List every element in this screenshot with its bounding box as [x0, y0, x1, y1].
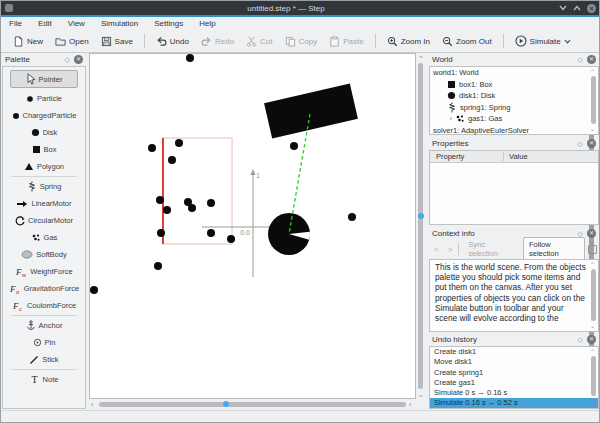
copy-button[interactable]: Copy — [279, 34, 324, 49]
value-column-header[interactable]: Value — [504, 152, 528, 161]
palette-item-polygon[interactable]: Polygon — [10, 158, 78, 175]
tree-item-disk1[interactable]: disk1: Disk — [430, 90, 598, 102]
scroll-down-icon[interactable]: ⌄ — [418, 391, 424, 398]
undo-item[interactable]: Create spring1 — [430, 368, 598, 378]
close-panel-icon[interactable]: ✕ — [74, 55, 83, 64]
close-panel-icon[interactable]: ✕ — [587, 55, 596, 64]
scene-svg[interactable]: 10.0 — [90, 54, 415, 398]
follow-selection-button[interactable]: Follow selection — [523, 237, 585, 261]
gas-particle[interactable] — [163, 206, 171, 214]
palette-item-gas[interactable]: Gas — [10, 229, 78, 246]
scroll-left-icon[interactable]: ‹ — [91, 401, 93, 408]
gas-particle[interactable] — [207, 199, 215, 207]
palette-item-note[interactable]: TNote — [10, 371, 78, 388]
gas-particle[interactable] — [175, 139, 183, 147]
menu-view[interactable]: View — [60, 17, 93, 30]
canvas-hscrollbar[interactable]: ‹ › — [89, 399, 416, 410]
gas-particle[interactable] — [148, 144, 156, 152]
properties-columns[interactable]: Property Value — [430, 151, 598, 163]
maximize-button[interactable] — [573, 5, 581, 11]
gas-particles[interactable] — [90, 54, 356, 294]
scene-canvas[interactable]: 10.0 — [89, 53, 416, 399]
palette-item-gravitationforce[interactable]: FgGravitationForce — [10, 280, 78, 297]
palette-item-weightforce[interactable]: FwWeightForce — [10, 263, 78, 280]
open-button[interactable]: Open — [49, 34, 95, 49]
gas-particle[interactable] — [186, 54, 194, 62]
gas-region[interactable] — [163, 138, 232, 244]
undo-button[interactable]: Undo — [150, 34, 195, 49]
palette-item-softbody[interactable]: SoftBody — [10, 246, 78, 263]
float-panel-icon[interactable]: ◇ — [578, 140, 583, 148]
palette-item-spring[interactable]: Spring — [10, 178, 78, 195]
close-panel-icon[interactable]: ✕ — [587, 229, 596, 238]
context-scrollbar[interactable] — [591, 269, 596, 321]
palette-item-anchor[interactable]: Anchor — [10, 317, 78, 334]
scroll-down-icon[interactable]: ⌄ — [590, 323, 595, 329]
cut-button[interactable]: Cut — [240, 34, 278, 49]
gas-particle[interactable] — [290, 142, 298, 150]
float-panel-icon[interactable]: ◇ — [578, 336, 583, 344]
float-panel-icon[interactable]: ◇ — [65, 56, 70, 64]
close-panel-icon[interactable]: ✕ — [587, 335, 596, 344]
scroll-down-icon[interactable]: ⌄ — [590, 398, 595, 404]
tree-item-box1[interactable]: box1: Box — [430, 79, 598, 91]
gas-particle[interactable] — [154, 262, 162, 270]
tree-item-world1[interactable]: world1: World — [430, 67, 598, 79]
scroll-up-icon[interactable]: ⌃ — [590, 69, 595, 75]
gas-particle[interactable] — [207, 229, 215, 237]
scroll-up-icon[interactable]: ⌃ — [418, 55, 424, 62]
box-body[interactable] — [264, 84, 358, 139]
palette-item-box[interactable]: Box — [10, 141, 78, 158]
scroll-right-icon[interactable]: › — [409, 401, 411, 408]
back-button[interactable]: < — [431, 245, 442, 254]
simulate-button[interactable]: Simulate — [509, 33, 577, 49]
new-button[interactable]: New — [7, 34, 49, 49]
palette-item-circularmotor[interactable]: CircularMotor — [10, 212, 78, 229]
gas-particle[interactable] — [227, 235, 235, 243]
tree-item-spring1[interactable]: spring1: Spring — [430, 102, 598, 114]
close-panel-icon[interactable]: ✕ — [587, 139, 596, 148]
expander-icon[interactable]: › — [447, 115, 455, 122]
undo-item[interactable]: Simulate 0 s → 0.16 s — [430, 388, 598, 398]
gas-particle[interactable] — [90, 286, 98, 294]
close-button[interactable]: × — [587, 4, 596, 13]
undo-scrollbar[interactable] — [591, 356, 596, 396]
scroll-up-icon[interactable]: ⌃ — [590, 262, 595, 268]
palette-item-disk[interactable]: Disk — [10, 124, 78, 141]
menu-settings[interactable]: Settings — [146, 17, 191, 30]
property-column-header[interactable]: Property — [430, 152, 504, 161]
scroll-down-icon[interactable]: ⌄ — [590, 126, 595, 132]
forward-button[interactable]: > — [445, 245, 456, 254]
undo-item[interactable]: Create gas1 — [430, 378, 598, 388]
titlebar[interactable]: untitled.step * — Step × — [1, 1, 600, 15]
palette-item-chargedparticle[interactable]: ChargedParticle — [10, 107, 78, 124]
menu-help[interactable]: Help — [191, 17, 223, 30]
world-scrollbar[interactable] — [591, 76, 596, 124]
palette-item-coulombforce[interactable]: FcCoulombForce — [10, 297, 78, 314]
redo-button[interactable]: Redo — [195, 34, 240, 49]
gas-particle[interactable] — [157, 229, 165, 237]
float-panel-icon[interactable]: ◇ — [578, 56, 583, 64]
undo-item[interactable]: Move disk1 — [430, 357, 598, 367]
tree-item-gas1[interactable]: ›gas1: Gas — [430, 113, 598, 125]
palette-item-linearmotor[interactable]: LinearMotor — [10, 195, 78, 212]
zoom-in-button[interactable]: Zoom In — [381, 34, 436, 49]
tree-item-solver1[interactable]: solver1: AdaptiveEulerSolver — [430, 125, 598, 137]
paste-button[interactable]: Paste — [323, 34, 369, 49]
undo-item[interactable]: Simulate 0.16 s → 0.52 s — [430, 398, 598, 408]
palette-item-stick[interactable]: Stick — [10, 351, 78, 368]
menu-file[interactable]: File — [1, 17, 30, 30]
menu-simulation[interactable]: Simulation — [93, 17, 146, 30]
scroll-up-icon[interactable]: ⌃ — [590, 349, 595, 355]
gas-particle[interactable] — [156, 196, 164, 204]
palette-item-pointer[interactable]: Pointer — [10, 70, 78, 88]
canvas-vscrollbar[interactable]: ⌃ ⌄ — [416, 53, 426, 399]
sync-selection-button[interactable]: Sync selection — [462, 237, 520, 261]
detach-icon[interactable] — [588, 245, 597, 254]
palette-item-particle[interactable]: Particle — [10, 90, 78, 107]
gas-particle[interactable] — [168, 156, 176, 164]
palette-item-pin[interactable]: Pin — [10, 334, 78, 351]
menu-edit[interactable]: Edit — [30, 17, 60, 30]
save-button[interactable]: Save — [95, 34, 139, 49]
gas-particle[interactable] — [348, 213, 356, 221]
